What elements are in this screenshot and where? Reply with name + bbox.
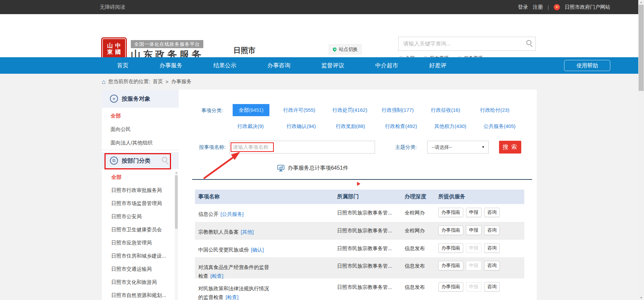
department-item[interactable]: 日照市卫生健康委员会 [102, 223, 179, 236]
login-link[interactable]: 登录 [518, 4, 528, 10]
search-button[interactable]: 搜 索 [499, 141, 521, 154]
tab-count: 177 [402, 107, 414, 113]
help-button[interactable]: 使用帮助 [564, 60, 610, 71]
sidebar-scrollbar[interactable]: ▲ [175, 171, 178, 300]
nav-item-rating[interactable]: 好差评 [429, 57, 446, 74]
category-tab[interactable]: 行政给付23 [479, 104, 511, 116]
tab-count: 16 [451, 107, 460, 113]
consult-button[interactable]: 咨询 [484, 261, 500, 270]
site-switch-button[interactable]: 站点切换 [329, 44, 362, 55]
search-icon[interactable] [526, 40, 531, 45]
topic-select[interactable]: --请选择-- ▼ [427, 141, 489, 154]
site-switch-label: 站点切换 [339, 46, 358, 53]
department-item[interactable]: 日照市自然资源和规划... [102, 289, 179, 300]
apply-button[interactable]: 申报 [466, 226, 481, 235]
item-tag-link[interactable]: [检查] [226, 294, 238, 300]
department-item[interactable]: 日照市交通运输局 [102, 262, 179, 275]
department-item[interactable]: 日照市公安局 [102, 210, 179, 223]
guide-button[interactable]: 办事指南 [438, 226, 463, 235]
category-tab[interactable]: 行政处罚4162 [331, 104, 369, 116]
guide-button[interactable]: 办事指南 [438, 243, 463, 253]
tab-count: 6451 [249, 107, 263, 113]
tab-count: 430 [455, 123, 466, 129]
item-name-link[interactable]: 对清真食品生产经营条件的监督检查 [198, 264, 269, 279]
consult-button[interactable]: 咨询 [484, 226, 500, 235]
keyword-search-input[interactable]: 请输入关键字查询... [398, 37, 536, 51]
tab-label: 全部 [239, 107, 249, 113]
consult-button[interactable]: 咨询 [484, 282, 500, 292]
nav-item-results[interactable]: 结果公示 [213, 57, 236, 74]
stats-text: 办事服务总计事项6451件 [288, 165, 348, 172]
nav-item-supervision[interactable]: 监督评议 [321, 57, 344, 74]
category-tab[interactable]: 行政检查492 [384, 121, 418, 131]
department-item[interactable]: 日照市行政审批服务局 [102, 184, 179, 197]
item-actions: 办事指南 申报 咨询 [435, 204, 524, 222]
table-header: 事项名称 所属部门 办理深度 所提供服务 [195, 190, 524, 204]
guide-button[interactable]: 办事指南 [438, 208, 463, 217]
guide-button[interactable]: 办事指南 [438, 261, 463, 270]
guide-button[interactable]: 办事指南 [438, 282, 463, 292]
nav-item-home[interactable]: 首页 [117, 57, 128, 74]
page: 无障碍阅读 登录 注册 | ★ 日照市政府门户网站 山東 中國 全国一体化在线政… [0, 0, 644, 300]
scrollbar-thumb[interactable] [639, 5, 644, 91]
page-scrollbar[interactable]: ▲ ▼ [638, 0, 644, 300]
tab-count: 492 [405, 123, 417, 129]
department-item[interactable]: 日照市住房和城乡建设... [102, 249, 179, 262]
item-depth: 信息发布 [401, 278, 435, 300]
item-name-link[interactable]: 信息公开 [198, 211, 218, 217]
category-tab[interactable]: 行政征收16 [430, 104, 462, 116]
category-tab-all[interactable]: 全部6451 [233, 104, 269, 116]
item-tag-link[interactable]: [公共服务] [221, 211, 243, 217]
item-tag-link[interactable]: [检查] [210, 273, 223, 279]
category-tab[interactable]: 行政奖励88 [334, 121, 367, 131]
portal-link[interactable]: 日照市政府门户网站 [565, 4, 610, 10]
department-item[interactable]: 日照市市场监督管理局 [102, 197, 179, 210]
nav-item-consult[interactable]: 办事咨询 [267, 57, 290, 74]
register-link[interactable]: 注册 [533, 4, 543, 10]
item-actions: 办事指南 申报 咨询 [435, 240, 524, 257]
category-tab[interactable]: 行政确认94 [285, 121, 317, 131]
item-name-cell: 对民族政策和法律法规执行情况的监督检查[检查] [195, 278, 334, 300]
consult-button[interactable]: 咨询 [484, 208, 500, 217]
apply-button[interactable]: 申报 [466, 208, 481, 217]
scroll-down-icon[interactable]: ▼ [638, 296, 644, 299]
scroll-up-icon[interactable]: ▲ [638, 1, 644, 4]
department-item[interactable]: 日照市文化和旅游局 [102, 275, 179, 289]
location-pin-icon [332, 47, 338, 52]
tab-count: 94 [307, 123, 316, 129]
annotation-box-department [105, 153, 171, 169]
item-actions: 办事指南 申报 咨询 [435, 278, 524, 300]
breadcrumb-current[interactable]: 办事服务 [171, 78, 192, 85]
category-tab[interactable]: 公共服务405 [482, 121, 517, 131]
service-object-item-all[interactable]: 全部 [102, 109, 179, 123]
sidebar-header-service-object[interactable]: ≡ 按服务对象 [102, 90, 179, 108]
sidebar-title: 按服务对象 [122, 95, 150, 103]
accessibility-link[interactable]: 无障碍阅读 [100, 0, 125, 14]
topic-select-value: --请选择-- [432, 141, 452, 153]
item-department: 日照市民族宗教事务管... [334, 278, 401, 300]
category-tab[interactable]: 其他权力430 [433, 121, 468, 131]
item-department: 日照市民族宗教事务管... [334, 257, 401, 280]
category-tab[interactable]: 行政裁决9 [236, 121, 265, 131]
breadcrumb-separator: > [166, 79, 169, 85]
tab-label: 公共服务 [484, 123, 504, 129]
item-name-link[interactable]: 中国公民变更民族成份 [198, 247, 249, 253]
item-actions: 办事指南 申报 咨询 [435, 257, 524, 280]
service-object-item-legal[interactable]: 面向法人/其他组织 [102, 136, 179, 149]
national-emblem-icon: ★ [554, 4, 560, 10]
item-tag-link[interactable]: [确认] [251, 247, 264, 253]
apply-button-disabled: 申报 [466, 282, 481, 292]
breadcrumb-home-link[interactable]: 首页 [153, 78, 163, 85]
item-tag-link[interactable]: [其他] [241, 229, 254, 235]
category-tab[interactable]: 行政强制177 [380, 104, 415, 116]
consult-button[interactable]: 咨询 [484, 243, 500, 253]
category-tab[interactable]: 行政许可555 [282, 104, 317, 116]
department-item[interactable]: 日照市应急管理局 [102, 236, 179, 249]
tab-count: 9 [258, 123, 264, 129]
nav-item-services[interactable]: 办事服务 [159, 57, 182, 74]
service-object-item-citizen[interactable]: 面向公民 [102, 123, 179, 136]
nav-item-intermediary[interactable]: 中介超市 [375, 57, 398, 74]
item-name-link[interactable]: 宗教教职人员备案 [198, 229, 239, 235]
tab-label: 其他权力 [434, 123, 455, 129]
scrollbar-thumb[interactable] [175, 175, 178, 229]
